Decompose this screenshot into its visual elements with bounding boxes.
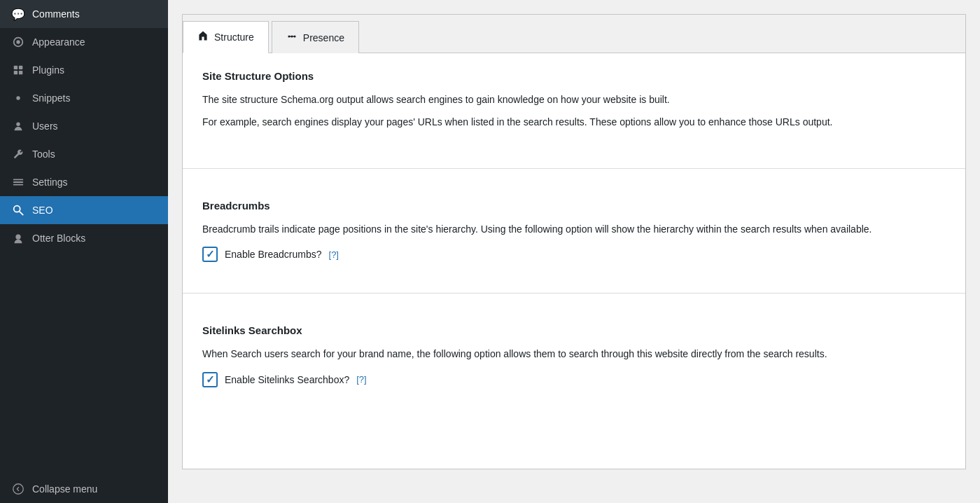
- sidebar-item-settings[interactable]: Settings: [0, 168, 168, 196]
- collapse-icon: [11, 482, 25, 496]
- sidebar-item-appearance-label: Appearance: [32, 36, 85, 48]
- svg-point-0: [16, 40, 20, 43]
- collapse-menu-label: Collapse menu: [32, 483, 97, 495]
- svg-point-6: [16, 123, 20, 126]
- breadcrumbs-desc: Breadcrumb trails indicate page position…: [202, 221, 946, 237]
- seo-icon: [11, 203, 25, 217]
- sidebar-item-seo[interactable]: SEO: [0, 196, 168, 224]
- breadcrumbs-title: Breadcrumbs: [202, 200, 946, 212]
- structure-tab-icon: [197, 30, 209, 44]
- settings-icon: [11, 175, 25, 189]
- sitelinks-desc: When Search users search for your brand …: [202, 346, 946, 361]
- sidebar-item-comments[interactable]: 💬 Comments: [0, 0, 168, 28]
- site-structure-section: Site Structure Options The site structur…: [183, 53, 965, 154]
- sidebar-item-settings-label: Settings: [32, 177, 68, 188]
- sidebar-item-appearance[interactable]: Appearance: [0, 28, 168, 56]
- breadcrumbs-checkbox-label: Enable Breadcrumbs?: [225, 249, 322, 260]
- site-structure-desc2: For example, search engines display your…: [202, 114, 946, 130]
- comments-icon: 💬: [11, 7, 25, 21]
- snippets-icon: [11, 91, 25, 105]
- svg-rect-8: [13, 181, 23, 183]
- sidebar-item-plugins[interactable]: Plugins: [0, 56, 168, 84]
- otter-blocks-icon: [11, 231, 25, 245]
- tab-presence[interactable]: Presence: [272, 21, 359, 53]
- sidebar-item-snippets[interactable]: Snippets: [0, 84, 168, 112]
- svg-rect-4: [19, 71, 22, 74]
- tab-structure-label: Structure: [214, 32, 254, 43]
- enable-breadcrumbs-checkbox[interactable]: ✓: [202, 247, 218, 262]
- breadcrumbs-section: Breadcrumbs Breadcrumb trails indicate p…: [183, 183, 965, 279]
- tab-presence-label: Presence: [303, 32, 344, 43]
- sidebar-item-snippets-label: Snippets: [32, 92, 70, 104]
- sitelinks-checkbox-label: Enable Sitelinks Searchbox?: [225, 374, 349, 385]
- sidebar-item-otter-blocks[interactable]: Otter Blocks: [0, 224, 168, 252]
- svg-rect-1: [14, 66, 18, 69]
- content-area: Structure Presence Site Structure Option…: [182, 14, 966, 469]
- breadcrumbs-help-link[interactable]: [?]: [329, 249, 339, 260]
- tab-structure[interactable]: Structure: [183, 21, 269, 53]
- sidebar-item-plugins-label: Plugins: [32, 64, 64, 76]
- sitelinks-checkmark-icon: ✓: [206, 373, 215, 386]
- svg-point-5: [16, 96, 20, 99]
- divider-2: [183, 293, 965, 294]
- checkmark-icon: ✓: [206, 248, 215, 261]
- sidebar-item-seo-label: SEO: [32, 205, 53, 216]
- sitelinks-checkbox-row: ✓ Enable Sitelinks Searchbox? [?]: [202, 372, 946, 387]
- main-content: Structure Presence Site Structure Option…: [168, 0, 980, 503]
- sidebar-item-otter-blocks-label: Otter Blocks: [32, 233, 85, 244]
- site-structure-desc1: The site structure Schema.org output all…: [202, 92, 946, 107]
- svg-point-13: [13, 484, 23, 494]
- enable-sitelinks-checkbox[interactable]: ✓: [202, 372, 218, 387]
- sitelinks-help-link[interactable]: [?]: [356, 374, 366, 385]
- tabs-container: Structure Presence: [183, 15, 965, 53]
- svg-point-12: [15, 235, 20, 240]
- sitelinks-title: Sitelinks Searchbox: [202, 324, 946, 336]
- sidebar-item-comments-label: Comments: [32, 8, 80, 20]
- svg-rect-9: [13, 184, 23, 186]
- svg-rect-3: [14, 71, 18, 74]
- site-structure-title: Site Structure Options: [202, 70, 946, 82]
- sidebar-item-tools-label: Tools: [32, 149, 55, 160]
- divider-1: [183, 168, 965, 169]
- tools-icon: [11, 147, 25, 161]
- sidebar: 💬 Comments Appearance Plugins: [0, 0, 168, 503]
- svg-rect-2: [19, 66, 22, 69]
- users-icon: [11, 119, 25, 133]
- sidebar-item-users-label: Users: [32, 120, 58, 132]
- plugins-icon: [11, 63, 25, 77]
- collapse-menu-button[interactable]: Collapse menu: [0, 475, 168, 503]
- appearance-icon: [11, 35, 25, 49]
- sitelinks-section: Sitelinks Searchbox When Search users se…: [183, 308, 965, 404]
- sidebar-item-users[interactable]: Users: [0, 112, 168, 140]
- svg-line-11: [20, 212, 23, 215]
- breadcrumbs-checkbox-row: ✓ Enable Breadcrumbs? [?]: [202, 247, 946, 262]
- sidebar-item-tools[interactable]: Tools: [0, 140, 168, 168]
- svg-rect-7: [13, 179, 23, 181]
- svg-point-10: [14, 206, 20, 212]
- presence-tab-icon: [286, 31, 298, 45]
